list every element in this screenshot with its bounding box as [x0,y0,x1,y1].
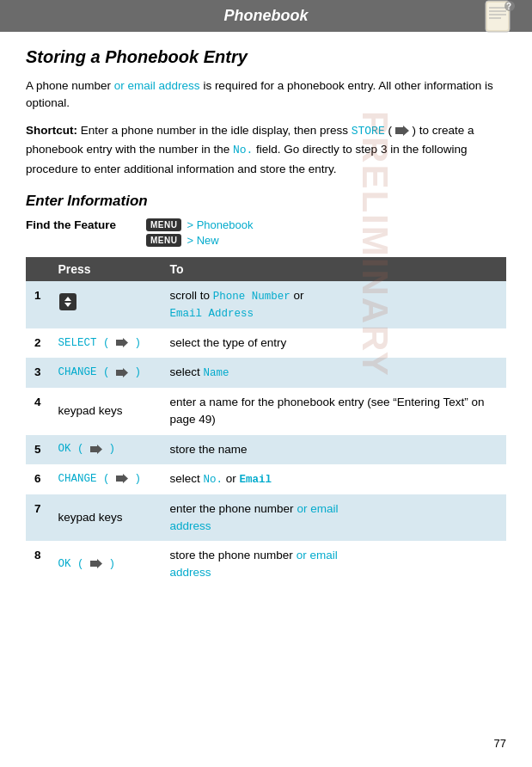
shortcut-label: Shortcut: [26,124,77,137]
col-header-num [26,257,50,281]
page-number: 77 [494,737,506,750]
press-cell: SELECT ( ) [50,328,162,358]
svg-marker-16 [90,559,102,568]
table-row: 4 keypad keys enter a name for the phone… [26,388,506,435]
to-cell: store the name [162,435,506,464]
step-num: 4 [26,388,50,435]
table-row: 5 OK ( ) store the name [26,435,506,464]
menu-button-1: MENU [146,218,181,231]
press-cell: OK ( ) [50,435,162,464]
step-num: 1 [26,281,50,329]
find-feature-label: Find the Feature [26,218,129,231]
or-email-link: or emailaddress [170,549,338,579]
step-num: 7 [26,494,50,542]
email-address-code: Email Address [170,308,254,320]
nav-line-2: MENU > New [146,234,253,247]
table-row: 7 keypad keys enter the phone number or … [26,494,506,542]
no-code: No. [204,474,223,486]
table-row: 6 CHANGE ( ) select No. or Email [26,464,506,494]
table-row: 2 SELECT ( ) select the type of entry [26,328,506,358]
nav-line-1: MENU > Phonebook [146,218,253,231]
scroll-icon [58,292,77,311]
svg-rect-9 [59,293,76,310]
step-num: 6 [26,464,50,494]
table-row: 3 CHANGE ( ) select Name [26,358,506,388]
svg-marker-12 [116,338,128,347]
steps-table: Press To 1 scroll to Phone Number or Ema… [26,257,506,588]
arrow-icon [116,338,128,347]
main-content: PRELIMINARY Storing a Phonebook Entry A … [0,32,532,602]
shortcut-paragraph: Shortcut: Enter a phone number in the id… [26,121,506,179]
to-cell: select No. or Email [162,464,506,494]
press-cell: OK ( ) [50,541,162,588]
step-num: 3 [26,358,50,388]
keypad-keys-label: keypad keys [58,404,123,417]
arrow-icon [116,368,128,377]
no-field: No. [233,144,253,156]
press-cell: keypad keys [50,388,162,435]
svg-marker-15 [116,474,128,483]
keypad-keys-label: keypad keys [58,511,123,524]
col-header-press: Press [50,257,162,281]
svg-text:?: ? [506,2,511,11]
intro-paragraph: A phone number or email address is requi… [26,77,506,113]
phonebook-icon: ? [480,0,518,35]
email-code: Email [240,474,272,486]
arrow-icon [116,474,128,483]
table-row: 1 scroll to Phone Number or Email Addres… [26,281,506,329]
to-cell: enter the phone number or emailaddress [162,494,506,542]
svg-marker-14 [90,445,102,454]
nav-new: > New [187,234,218,247]
header-title: Phonebook [224,7,309,25]
page-title: Storing a Phonebook Entry [26,47,506,67]
to-cell: store the phone number or emailaddress [162,541,506,588]
press-cell: CHANGE ( ) [50,358,162,388]
find-feature-row: Find the Feature MENU > Phonebook MENU >… [26,218,506,247]
section-title: Enter Information [26,193,506,210]
press-cell: keypad keys [50,494,162,542]
to-cell: select the type of entry [162,328,506,358]
menu-button-2: MENU [146,234,181,247]
svg-marker-8 [395,126,409,136]
table-header-row: Press To [26,257,506,281]
name-code: Name [204,367,229,379]
step-num: 2 [26,328,50,358]
email-link: or email address [114,79,200,92]
arrow-icon [90,559,102,568]
arrow-icon [90,445,102,454]
page-header: Phonebook ? [0,0,532,32]
store-code: STORE [352,125,385,138]
arrow-right-icon [395,126,409,136]
step-num: 8 [26,541,50,588]
store-icon: ( ) [388,124,419,137]
table-row: 8 OK ( ) store the phone number or email… [26,541,506,588]
nav-phonebook: > Phonebook [187,218,253,231]
col-header-to: To [162,257,506,281]
to-cell: scroll to Phone Number or Email Address [162,281,506,329]
find-feature-nav: MENU > Phonebook MENU > New [146,218,253,247]
svg-marker-13 [116,368,128,377]
phone-number-code: Phone Number [213,291,290,303]
step-num: 5 [26,435,50,464]
to-cell: select Name [162,358,506,388]
to-cell: enter a name for the phonebook entry (se… [162,388,506,435]
press-cell: CHANGE ( ) [50,464,162,494]
or-email-link: or emailaddress [170,502,339,532]
press-cell [50,281,162,329]
